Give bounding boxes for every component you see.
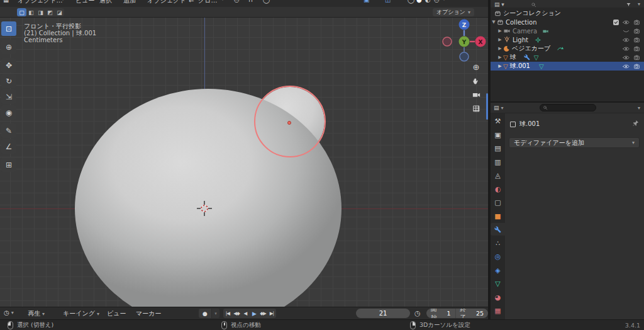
measure-tool[interactable]: ∠ — [1, 139, 16, 154]
select-mode-new[interactable]: ▢ — [17, 8, 26, 16]
tab-modifiers[interactable] — [491, 223, 505, 236]
disclosure-icon[interactable]: ▶ — [497, 55, 503, 60]
eye-icon[interactable] — [623, 45, 630, 52]
eye-icon[interactable] — [623, 63, 630, 70]
tab-physics[interactable]: ◎ — [491, 250, 505, 263]
tab-tool[interactable]: ⚒ — [491, 115, 505, 127]
disclosure-icon[interactable]: ▶ — [497, 64, 503, 69]
pin-icon[interactable] — [632, 120, 639, 127]
camera-view-button[interactable] — [470, 88, 482, 101]
menu-marker[interactable]: マーカー — [136, 309, 161, 318]
tab-view-layer[interactable]: ▥ — [491, 156, 505, 168]
proportional-edit-icon[interactable]: ◯ — [263, 0, 270, 3]
disclosure-icon[interactable]: ▶ — [497, 28, 503, 33]
timeline-editor-type[interactable]: ◷ ▾ — [4, 309, 14, 316]
tab-collection[interactable]: ▢ — [491, 196, 505, 208]
menu-object[interactable]: オブジェクト — [147, 0, 186, 5]
outliner-scene-collection[interactable]: シーンコレクション — [491, 9, 644, 18]
snap-magnet-icon[interactable]: ∩ — [248, 0, 253, 3]
menu-keying[interactable]: キーイング ▾ — [63, 309, 99, 318]
tab-output[interactable]: ▤ — [491, 142, 505, 154]
rotate-tool[interactable]: ↻ — [1, 74, 16, 88]
outliner-row-light[interactable]: ▶ Light — [491, 35, 644, 44]
zoom-button[interactable]: ⊕ — [470, 60, 482, 73]
camera-render-icon[interactable] — [633, 28, 640, 35]
tab-texture[interactable]: ▦ — [491, 304, 505, 317]
camera-render-icon[interactable] — [633, 37, 640, 43]
tab-material[interactable]: ◕ — [491, 291, 505, 304]
cursor-tool[interactable]: ⊕ — [1, 40, 16, 54]
outliner-row-collection[interactable]: ▼ Collection — [491, 18, 644, 26]
collection-checkbox[interactable] — [613, 20, 619, 25]
tab-scene[interactable]: ◬ — [491, 169, 505, 181]
eye-icon[interactable] — [623, 37, 630, 43]
transform-tool[interactable]: ◉ — [1, 105, 16, 120]
eye-closed-icon[interactable] — [623, 28, 630, 35]
menu-timeline-view[interactable]: ビュー — [107, 309, 126, 318]
next-keyframe-button[interactable]: ◆▶ — [258, 309, 267, 318]
shading-rendered-icon[interactable]: ◓ — [434, 0, 440, 3]
move-tool[interactable]: ✥ — [1, 58, 16, 72]
properties-editor-icon[interactable]: ▤ ▾ — [494, 105, 503, 111]
add-cube-tool[interactable]: ⊞ — [1, 157, 16, 172]
shading-wireframe-icon[interactable]: ◯ — [408, 0, 414, 3]
auto-keying-dropdown[interactable]: ▾ — [212, 309, 219, 318]
filter-funnel-icon[interactable] — [626, 2, 631, 8]
camera-render-icon[interactable] — [633, 19, 640, 26]
jump-to-start-button[interactable]: |◀ — [223, 309, 232, 318]
tab-constraints[interactable]: ◈ — [491, 264, 505, 276]
start-frame-field[interactable]: 開始 1 — [426, 309, 455, 318]
disclosure-icon[interactable]: ▼ — [491, 20, 497, 25]
select-mode-intersect[interactable]: ◪ — [55, 8, 64, 16]
tab-object[interactable]: ■ — [491, 210, 505, 222]
pan-hand-button[interactable] — [470, 74, 482, 87]
shading-solid-icon[interactable]: ● — [416, 0, 422, 3]
select-mode-invert[interactable]: ◩ — [45, 8, 55, 16]
menu-select[interactable]: 選択 — [99, 0, 112, 5]
current-frame-field[interactable]: 21 — [356, 309, 410, 318]
orientation-select[interactable]: グロ… — [198, 0, 217, 5]
prev-keyframe-button[interactable]: ◀◆ — [232, 309, 241, 318]
shading-material-icon[interactable]: ◐ — [425, 0, 431, 3]
mode-select[interactable]: オブジェクト… — [18, 0, 62, 5]
orthographic-grid-button[interactable] — [470, 102, 482, 115]
gizmo-neg-z-axis[interactable] — [460, 52, 469, 61]
outliner-row-bezier-curve[interactable]: ▶ ベジエカーブ — [491, 44, 644, 53]
gizmo-neg-x-axis[interactable] — [443, 37, 452, 46]
prev-frame-button[interactable]: ◀ — [241, 309, 250, 318]
select-mode-extend[interactable]: ◧ — [26, 8, 36, 16]
scale-tool[interactable]: ⇲ — [1, 89, 16, 104]
pivot-point-icon[interactable]: ◓ — [234, 0, 240, 3]
camera-render-icon[interactable] — [633, 54, 640, 61]
jump-to-end-button[interactable]: ▶| — [267, 309, 276, 318]
add-modifier-button[interactable]: モディファイアーを追加 ▾ — [509, 137, 640, 148]
outliner-row-camera[interactable]: ▶ Camera — [491, 26, 644, 35]
options-button[interactable]: オプション ▾ — [433, 8, 474, 16]
menu-view[interactable]: ビュー — [75, 0, 94, 5]
auto-keying-record-button[interactable]: ● — [199, 309, 211, 318]
eye-icon[interactable] — [623, 19, 630, 26]
disclosure-icon[interactable]: ▶ — [497, 46, 503, 51]
chevron-down-icon[interactable]: ▾ — [638, 105, 640, 111]
tab-object-data[interactable]: ▽ — [491, 277, 505, 290]
tab-render[interactable]: ▣ — [491, 128, 505, 141]
tab-world[interactable]: ◐ — [491, 183, 505, 195]
eye-icon[interactable] — [623, 54, 630, 61]
3d-viewport[interactable]: フロント・平行投影 (21) Collection | 球.001 Centim… — [0, 18, 488, 307]
select-mode-subtract[interactable]: ◨ — [36, 8, 45, 16]
select-box-tool[interactable]: ⊡ — [1, 21, 16, 36]
gizmo-toggle-icon[interactable]: ▣ — [364, 0, 369, 3]
menu-add[interactable]: 追加 — [123, 0, 136, 5]
properties-search-input[interactable] — [540, 104, 596, 111]
annotate-tool[interactable]: ✎ — [1, 123, 16, 138]
editor-type-icon[interactable]: ▦ — [3, 0, 9, 3]
end-frame-field[interactable]: 終了 25 — [455, 309, 488, 318]
overlay-toggle-icon[interactable]: ◫ — [385, 0, 391, 3]
camera-render-icon[interactable] — [633, 45, 640, 52]
menu-playback[interactable]: 再生 ▾ — [28, 309, 45, 318]
tab-particles[interactable]: ∴ — [491, 237, 505, 249]
search-icon[interactable] — [531, 2, 536, 8]
outliner-editor-icon[interactable]: ▤ ▾ — [494, 1, 504, 8]
outliner-row-sphere[interactable]: ▶ ▽ 球 ▽ — [491, 53, 644, 62]
outliner-row-sphere-001[interactable]: ▶ ▽ 球.001 ▽ — [491, 62, 644, 71]
